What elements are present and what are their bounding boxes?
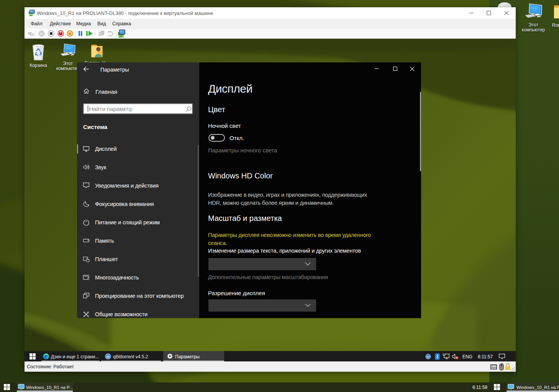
svg-text:qb: qb (107, 355, 110, 358)
svg-text:qb: qb (426, 355, 429, 358)
